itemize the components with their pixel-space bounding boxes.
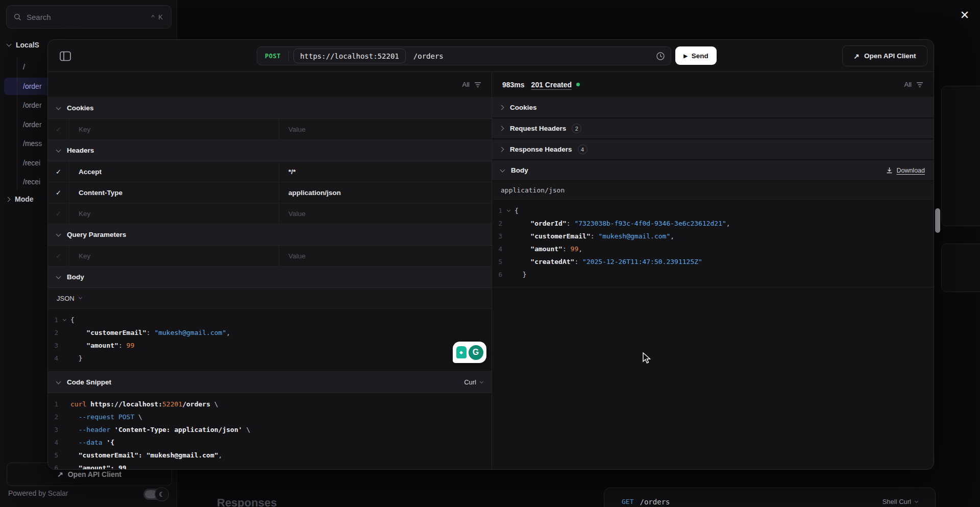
code-line: 5 "customerEmail": "mukesh@gmail.com", (48, 449, 492, 462)
endpoint-method: GET (622, 498, 633, 505)
row-check-icon[interactable]: ✓ (48, 119, 69, 139)
row-key-field[interactable]: Content-Type (69, 182, 279, 203)
row-key-field[interactable]: Key (69, 203, 279, 224)
line-number: 2 (48, 329, 58, 336)
key-placeholder: Key (79, 210, 90, 218)
chevron-down-icon (56, 105, 61, 110)
sidebar-item-localserver[interactable]: LocalS (7, 41, 39, 49)
code-token: curl (70, 400, 86, 408)
client-select[interactable]: Shell Curl (883, 498, 918, 505)
sidebar-toggle-icon[interactable] (59, 50, 71, 62)
line-number: 2 (492, 220, 502, 227)
section-code-snippet[interactable]: Code Snippet Curl (48, 372, 492, 393)
code-token (110, 426, 114, 433)
fold-chevron-icon[interactable] (502, 210, 514, 211)
send-button[interactable]: ▶ Send (675, 46, 717, 65)
history-icon[interactable] (656, 52, 665, 61)
code-text: "amount": 99 (70, 464, 127, 470)
chevron-down-icon (56, 379, 61, 384)
code-text: --data '{ (70, 439, 114, 446)
code-line: 4 --data '{ (48, 436, 492, 449)
row-value-field[interactable]: Value (279, 246, 492, 266)
row-key-field[interactable]: Accept (69, 161, 279, 182)
line-number: 6 (492, 271, 502, 278)
code-token: "customerEmail" (530, 232, 590, 240)
row-value-field[interactable]: Value (279, 203, 492, 224)
code-token: --header (79, 426, 111, 433)
code-token (514, 232, 530, 240)
chevron-down-icon (500, 167, 505, 172)
section-snippet-label: Code Snippet (67, 378, 111, 386)
code-text: { (514, 207, 519, 214)
tree-item-label: /mess (23, 139, 42, 148)
section-body[interactable]: Body (48, 267, 492, 288)
row-value-field[interactable]: */* (279, 161, 492, 182)
close-icon[interactable]: ✕ (957, 7, 973, 23)
response-section-body[interactable]: BodyDownload (492, 160, 934, 181)
snippet-language-select[interactable]: Curl (464, 378, 483, 386)
code-token: { (70, 316, 75, 324)
code-token: \ (134, 413, 142, 421)
code-token (70, 413, 79, 421)
page-scrollbar-thumb[interactable] (935, 208, 940, 233)
code-token: : (146, 329, 155, 336)
code-token: "mukesh@gmail.com" (154, 329, 226, 336)
download-link[interactable]: Download (886, 167, 925, 174)
code-line: 5 "createdAt": "2025-12-26T11:47:50.2391… (492, 255, 934, 268)
body-format-select[interactable]: JSON (48, 288, 492, 309)
search-input[interactable]: Search ^ K (6, 5, 172, 29)
code-token: --request POST (79, 413, 135, 421)
sidebar-item-models[interactable]: Mode (7, 195, 34, 203)
filter-icon[interactable] (916, 82, 923, 88)
chevron-down-icon (915, 499, 918, 502)
row-check-icon[interactable]: ✓ (48, 203, 69, 224)
request-body-editor[interactable]: 1{2 "customerEmail": "mukesh@gmail.com",… (48, 309, 492, 372)
chevron-right-icon (499, 126, 504, 131)
row-check-icon[interactable]: ✓ (48, 182, 69, 203)
table-row: ✓KeyValue (48, 246, 492, 267)
background-endpoint-card: GET /orders Shell Curl (604, 488, 936, 507)
response-section-request-headers[interactable]: Request Headers2 (492, 118, 934, 139)
response-status-badge[interactable]: 201 Created (531, 81, 572, 89)
code-token: "2025-12-26T11:47:50.2391125Z" (582, 258, 702, 265)
models-label: Mode (15, 195, 34, 203)
app-root: Search ^ K LocalS //order/order/order/me… (0, 0, 980, 507)
response-content-type: application/json (492, 181, 934, 200)
open-api-client-button[interactable]: ↗ Open API Client (842, 45, 927, 66)
row-check-icon[interactable]: ✓ (48, 161, 69, 182)
response-filter-label[interactable]: All (904, 81, 912, 88)
tree-item-label: /order (23, 101, 42, 109)
tree-item-label: / (23, 63, 25, 71)
external-arrow-icon: ↗ (854, 52, 860, 60)
response-section-response-headers[interactable]: Response Headers4 (492, 139, 934, 160)
section-cookies[interactable]: Cookies (48, 98, 492, 119)
row-value-field[interactable]: Value (279, 119, 492, 139)
tree-item-label: /recei (23, 159, 40, 167)
section-headers[interactable]: Headers (48, 140, 492, 161)
request-filter-label[interactable]: All (462, 81, 470, 88)
key-placeholder: Key (79, 126, 90, 133)
response-status-row: 983ms 201 Created All (492, 72, 934, 98)
response-section-cookies[interactable]: Cookies (492, 98, 934, 118)
client-select-label: Shell Curl (883, 498, 911, 505)
code-line: 3 --header 'Content-Type: application/js… (48, 423, 492, 436)
code-token: , (578, 245, 582, 253)
code-snippet-editor[interactable]: 1curl https://localhost:52201/orders \2 … (48, 393, 492, 470)
grammarly-widget[interactable]: ◆ G (453, 342, 486, 363)
base-url-field[interactable]: https://localhost:52201 (293, 49, 406, 63)
code-text: "amount": 99 (70, 342, 134, 349)
dark-mode-toggle[interactable]: ☾ (143, 489, 167, 500)
row-key-field[interactable]: Key (69, 246, 279, 266)
row-value-field[interactable]: application/json (279, 182, 492, 203)
count-badge: 2 (572, 124, 581, 133)
fold-chevron-icon[interactable] (58, 320, 70, 321)
row-key-field[interactable]: Key (69, 119, 279, 139)
method-badge: POST (257, 53, 288, 60)
filter-icon[interactable] (474, 82, 481, 88)
section-body-label: Body (67, 273, 84, 281)
section-query-parameters[interactable]: Query Parameters (48, 224, 492, 246)
chevron-right-icon (499, 105, 504, 110)
row-check-icon[interactable]: ✓ (48, 246, 69, 266)
response-body-editor[interactable]: 1{2 "orderId": "7323038b-f93c-4f0d-9346-… (492, 200, 934, 287)
path-field[interactable]: /orders (413, 52, 656, 60)
